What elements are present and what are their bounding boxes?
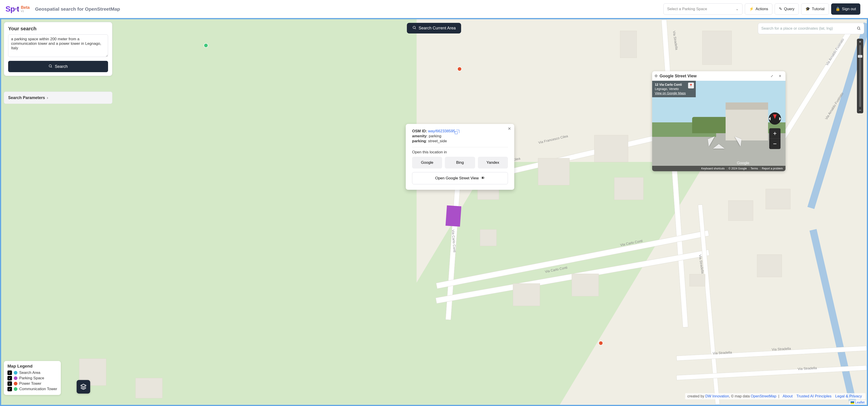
tutorial-button[interactable]: 🎓 Tutorial: [801, 3, 829, 15]
streetview-title: Google Street View: [659, 74, 767, 79]
search-icon: [412, 26, 416, 31]
search-button[interactable]: Search: [8, 61, 108, 72]
communication-tower-marker[interactable]: [204, 43, 208, 48]
zoom-in-button[interactable]: +: [857, 39, 863, 45]
search-panel-title: Your search: [8, 26, 108, 32]
streetview-zoom: + −: [769, 128, 780, 149]
signout-label: Sign out: [842, 7, 856, 11]
feature-popup: ✕ OSM ID: way/662338595 amenity: parking…: [406, 124, 514, 190]
svg-marker-6: [81, 384, 86, 387]
search-current-area-label: Search Current Area: [418, 26, 456, 31]
svg-point-0: [413, 26, 415, 29]
map-pin-icon[interactable]: 📍: [688, 83, 694, 88]
search-button-label: Search: [55, 64, 68, 69]
open-google-button[interactable]: Google: [412, 157, 442, 169]
layers-button[interactable]: [76, 380, 90, 394]
open-streetview-button[interactable]: Open Google Street View 👁: [412, 172, 508, 184]
actions-button[interactable]: ⚡ Actions: [745, 3, 773, 15]
zoom-out-button[interactable]: −: [857, 107, 863, 113]
legal-privacy-link[interactable]: Legal & Privacy: [835, 394, 862, 398]
legend-label: Power Tower: [19, 381, 41, 386]
pencil-icon: ✎: [779, 6, 782, 11]
search-icon[interactable]: [857, 26, 861, 31]
created-by-label: created by: [687, 394, 705, 398]
parking-key: parking: [412, 139, 426, 143]
legend-item: ✓ Search Area: [7, 370, 57, 375]
power-tower-marker[interactable]: [457, 67, 462, 71]
eye-icon: 👁: [481, 176, 485, 180]
app-subtitle: Geospatial search for OpenStreetMap: [35, 6, 120, 12]
close-icon[interactable]: ✕: [777, 73, 783, 79]
svg-point-2: [49, 65, 52, 67]
search-panel: Your search Search: [4, 22, 112, 76]
close-icon[interactable]: ✕: [508, 126, 511, 131]
search-query-input[interactable]: [8, 34, 108, 57]
expand-icon[interactable]: ⤢: [769, 73, 775, 79]
legend-label: Parking Space: [19, 376, 44, 380]
place-search[interactable]: [758, 23, 864, 34]
place-search-input[interactable]: [761, 26, 857, 31]
legend-item: ✓ Communication Tower: [7, 386, 57, 392]
terms-link[interactable]: Terms: [749, 167, 760, 170]
streetview-address-line1: 12 Via Carlo Conti: [655, 83, 686, 87]
power-tower-marker[interactable]: [598, 341, 603, 345]
attribution-bar: created by DW Innovation, © map data Ope…: [685, 393, 866, 400]
parking-select-placeholder: Select a Parking Space: [667, 7, 707, 11]
legend-checkbox[interactable]: ✓: [7, 371, 12, 375]
signout-button[interactable]: 🔒 Sign out: [831, 3, 860, 15]
trusted-ai-link[interactable]: Trusted AI Principles: [796, 394, 831, 398]
ukraine-flag-icon: [850, 402, 854, 404]
dw-innovation-link[interactable]: DW Innovation: [705, 394, 729, 398]
open-in-label: Open this location in: [412, 150, 508, 154]
google-logo: Google: [737, 161, 749, 165]
svg-point-4: [857, 27, 860, 29]
zoom-slider[interactable]: + −: [857, 39, 863, 113]
chevron-down-icon: ⌄: [736, 6, 739, 11]
query-label: Query: [784, 7, 794, 11]
legend-checkbox[interactable]: ✓: [7, 376, 12, 380]
osm-link[interactable]: OpenStreetMap: [751, 394, 776, 398]
streetview-imagery[interactable]: 12 Via Carlo Conti Legnago, Veneto View …: [652, 81, 785, 171]
about-link[interactable]: About: [782, 394, 793, 398]
streetview-nav-arrow[interactable]: [713, 138, 725, 149]
keyboard-shortcuts-link[interactable]: Keyboard shortcuts: [700, 167, 726, 170]
report-problem-link[interactable]: Report a problem: [760, 167, 784, 170]
view-on-google-maps-link[interactable]: View on Google Maps: [655, 91, 686, 95]
tutorial-label: Tutorial: [812, 7, 825, 11]
version-label: v1: [21, 9, 30, 12]
legend-item: ✓ Parking Space: [7, 375, 57, 381]
compass-control[interactable]: [769, 112, 781, 125]
parking-feature[interactable]: [445, 205, 461, 227]
legend-checkbox[interactable]: ✓: [7, 381, 12, 386]
zoom-track[interactable]: [859, 45, 861, 107]
open-yandex-button[interactable]: Yandex: [478, 157, 508, 169]
legend-swatch: [14, 376, 18, 380]
streetview-address-line2: Legnago, Veneto: [655, 87, 686, 91]
legend-item: ✓ Power Tower: [7, 381, 57, 386]
external-link-icon: [456, 130, 459, 133]
open-streetview-label: Open Google Street View: [435, 176, 478, 180]
chevron-right-icon: ›: [47, 95, 48, 100]
svg-line-3: [51, 67, 52, 67]
search-parameters-label: Search Parameters: [8, 95, 45, 100]
legend-title: Map Legend: [7, 364, 57, 369]
query-button[interactable]: ✎ Query: [775, 3, 799, 15]
streetview-zoom-out[interactable]: −: [769, 139, 780, 149]
search-current-area-button[interactable]: Search Current Area: [407, 23, 461, 33]
legend-swatch: [14, 382, 18, 385]
svg-line-1: [415, 28, 416, 29]
streetview-zoom-in[interactable]: +: [769, 128, 780, 139]
parking-value: street_side: [428, 139, 447, 143]
move-icon[interactable]: ✥: [654, 74, 658, 79]
legend-checkbox[interactable]: ✓: [7, 387, 12, 391]
open-bing-button[interactable]: Bing: [445, 157, 475, 169]
osm-id-link[interactable]: way/662338595: [428, 129, 455, 133]
zoom-thumb[interactable]: [858, 55, 862, 58]
leaflet-link[interactable]: Leaflet: [855, 401, 865, 404]
leaflet-attribution[interactable]: Leaflet: [849, 400, 866, 404]
legend-swatch: [14, 387, 18, 391]
logo-text: Sp·t: [5, 4, 19, 13]
search-parameters-toggle[interactable]: Search Parameters ›: [4, 92, 112, 104]
parking-space-select[interactable]: Select a Parking Space ⌄: [663, 3, 743, 15]
logo[interactable]: Sp·t Beta v1: [5, 4, 30, 13]
